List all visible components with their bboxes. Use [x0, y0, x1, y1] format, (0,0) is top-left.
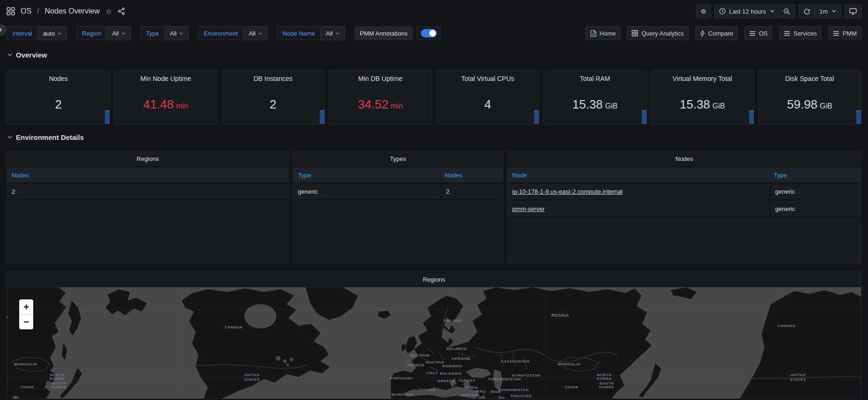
- table-cell: generic: [293, 183, 440, 199]
- stat-title: Virtual Memory Total: [651, 71, 754, 82]
- panel-title: Nodes: [508, 151, 861, 167]
- stat-unit: GiB: [820, 102, 832, 110]
- regions-table-panel: Regions Nodes 2: [7, 151, 289, 264]
- filter-node-name-value[interactable]: All: [321, 26, 345, 40]
- services-menu-button[interactable]: Services: [779, 26, 822, 40]
- bolt-icon: [700, 30, 705, 37]
- table-cell: generic: [769, 201, 861, 217]
- pmm-annotations-toggle[interactable]: [417, 26, 441, 40]
- map-zoom-in-button[interactable]: +: [19, 299, 33, 314]
- column-header[interactable]: Nodes: [440, 167, 503, 182]
- map-zoom-out-button[interactable]: −: [19, 314, 33, 329]
- filter-interval: Interval auto: [7, 26, 67, 40]
- query-analytics-button[interactable]: Query Analytics: [627, 26, 688, 40]
- stat-value: 15.38: [680, 97, 710, 112]
- column-header[interactable]: Type: [293, 167, 440, 182]
- chevron-down-icon: [7, 53, 12, 56]
- dashboard-settings-button[interactable]: ⚙: [696, 4, 711, 18]
- map-zoom-control: + −: [19, 299, 33, 329]
- stat-unit: GiB: [713, 102, 725, 110]
- home-button[interactable]: Home: [586, 26, 621, 40]
- map-country-label: BULGARIA: [440, 371, 462, 376]
- time-range-picker[interactable]: Last 12 hours: [714, 4, 779, 18]
- panel-title: Types: [293, 151, 503, 167]
- breadcrumb: OS / Nodes Overview ☆: [7, 7, 125, 16]
- stat-panel-total-virtual-cpus[interactable]: Total Virtual CPUs 4: [436, 70, 539, 124]
- filter-type-value[interactable]: All: [165, 26, 189, 40]
- share-icon[interactable]: [118, 7, 125, 15]
- dashboard-nav-buttons: Home Query Analytics Compare OS: [586, 26, 861, 40]
- stat-panel-disk-space-total[interactable]: Disk Space Total 59.98 GiB: [758, 70, 861, 124]
- stat-panel-total-ram[interactable]: Total RAM 15.38 GiB: [543, 70, 647, 124]
- chevron-down-icon: [832, 10, 836, 13]
- map-canvas: RUSSIAMONGOLIACHINANORTHKOREASOUTHKOREAC…: [7, 287, 861, 399]
- filter-interval-value[interactable]: auto: [38, 26, 67, 40]
- stat-panel-virtual-memory-total[interactable]: Virtual Memory Total 15.38 GiB: [651, 70, 754, 124]
- top-right-controls: ⚙ Last 12 hours: [696, 4, 862, 18]
- map-country-label: TURKEY: [458, 378, 476, 383]
- top-navbar: OS / Nodes Overview ☆ ⚙ Last 12 hours: [0, 0, 868, 22]
- chevron-down-icon: [7, 136, 12, 138]
- os-menu-button[interactable]: OS: [744, 26, 772, 40]
- map-country-label: KAZAKHSTAN: [501, 359, 530, 364]
- section-environment-details[interactable]: Environment Details: [0, 130, 868, 144]
- table-row: generic 2: [293, 183, 503, 201]
- map-country-label: CANADA: [777, 324, 795, 328]
- refresh-interval-picker[interactable]: 1m: [815, 4, 841, 18]
- breadcrumb-app[interactable]: OS: [21, 7, 31, 15]
- stat-panel-db-instances[interactable]: DB Instances 2: [221, 70, 325, 124]
- zoom-out-time-button[interactable]: [779, 4, 795, 18]
- nodes-table-panel: Nodes Node Type ip-10-178-1-9.us-east-2.…: [507, 151, 861, 264]
- refresh-button[interactable]: [799, 4, 815, 18]
- map-country-label: STATES: [244, 378, 260, 382]
- clock-icon: [719, 8, 726, 15]
- pmm-annotations-label: PMM Annotations: [354, 26, 413, 40]
- star-icon[interactable]: ☆: [105, 7, 112, 16]
- table-cell: generic: [769, 183, 861, 199]
- filter-type-label: Type: [140, 26, 165, 40]
- stat-panel-min-node-uptime[interactable]: Min Node Uptime 41.48 min: [114, 70, 217, 124]
- map-country-label: KOREA: [50, 377, 65, 381]
- section-overview[interactable]: Overview: [0, 48, 868, 62]
- dashboards-grid-icon[interactable]: [7, 7, 15, 15]
- column-header[interactable]: Type: [769, 167, 861, 182]
- stat-panel-min-db-uptime[interactable]: Min DB Uptime 34.52 min: [329, 70, 432, 124]
- environment-tables-row: Regions Nodes 2 Types Type Nodes generic…: [7, 151, 861, 264]
- map-country-label: FINLAND: [443, 319, 462, 323]
- kiosk-mode-button[interactable]: [845, 4, 861, 18]
- column-header[interactable]: Nodes: [7, 167, 288, 182]
- stat-title: Total Virtual CPUs: [436, 71, 539, 82]
- stat-title: Min DB Uptime: [329, 71, 432, 82]
- map-country-label: GREECE: [437, 379, 455, 383]
- monitor-icon: [849, 8, 857, 15]
- map-country-label: MONGOLIA: [15, 362, 37, 366]
- sparkline-bar: [856, 110, 861, 124]
- chevron-down-icon: [122, 32, 125, 35]
- regions-map-panel: Regions + −: [7, 271, 861, 399]
- filter-environment-value[interactable]: All: [243, 26, 267, 40]
- time-range-label: Last 12 hours: [729, 8, 766, 15]
- compare-button[interactable]: Compare: [695, 26, 738, 40]
- stat-panel-nodes[interactable]: Nodes 2: [7, 70, 110, 124]
- map-country-label: CHINA: [565, 385, 578, 389]
- filter-region-value[interactable]: All: [107, 26, 131, 40]
- node-link[interactable]: ip-10-178-1-9.us-east-2.compute.internal: [512, 188, 623, 195]
- pmm-menu-button[interactable]: PMM: [828, 26, 861, 40]
- stat-title: Disk Space Total: [758, 71, 861, 82]
- refresh-icon: [803, 8, 810, 15]
- overview-stat-row: Nodes 2 Min Node Uptime 41.48 min DB Ins…: [7, 70, 861, 124]
- table-row: pmm-server generic: [508, 201, 861, 218]
- table-header-row: Type Nodes: [293, 167, 503, 183]
- stat-unit: min: [391, 102, 403, 110]
- stat-title: Min Node Uptime: [114, 71, 217, 82]
- stat-title: Total RAM: [544, 71, 646, 82]
- sparkline-bar: [642, 110, 647, 124]
- stat-unit: min: [176, 102, 188, 110]
- chevron-down-icon: [258, 32, 262, 35]
- map-country-label: ROMANIA: [442, 364, 462, 368]
- stat-title: DB Instances: [222, 71, 324, 82]
- node-link[interactable]: pmm-server: [512, 205, 544, 212]
- world-map[interactable]: + −: [7, 287, 861, 399]
- filter-node-name-label: Node Name: [277, 26, 321, 40]
- column-header[interactable]: Node: [508, 167, 769, 182]
